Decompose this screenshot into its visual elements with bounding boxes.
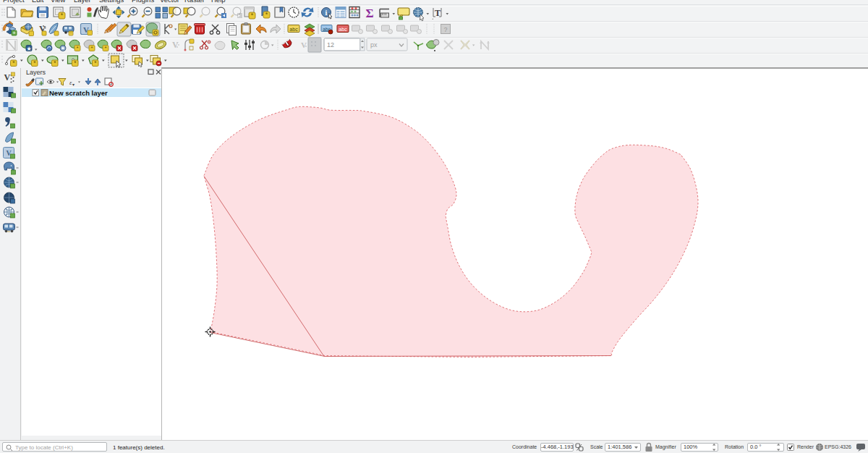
svg-text:▾: ▾ <box>72 82 75 87</box>
svg-text:?: ? <box>443 26 447 33</box>
svg-text:V: V <box>4 72 11 82</box>
svg-text:12: 12 <box>327 41 334 48</box>
svg-text:★: ★ <box>26 46 31 52</box>
svg-text:V: V <box>172 40 179 50</box>
svg-text:*: * <box>90 45 93 51</box>
svg-text:*: * <box>265 11 268 18</box>
svg-text:*: * <box>251 12 254 19</box>
svg-text:T: T <box>435 8 441 18</box>
svg-text:i: i <box>326 9 328 17</box>
svg-text:*: * <box>61 12 64 19</box>
svg-text:abc: abc <box>289 27 298 32</box>
svg-text:Σ: Σ <box>365 7 373 20</box>
svg-text:px: px <box>370 41 378 48</box>
svg-text:*: * <box>76 45 78 51</box>
svg-text:*: * <box>104 45 106 51</box>
svg-text:**: ** <box>8 230 11 234</box>
svg-text:+: + <box>12 30 16 36</box>
svg-text:V: V <box>301 41 307 49</box>
svg-text:abc: abc <box>339 27 347 32</box>
